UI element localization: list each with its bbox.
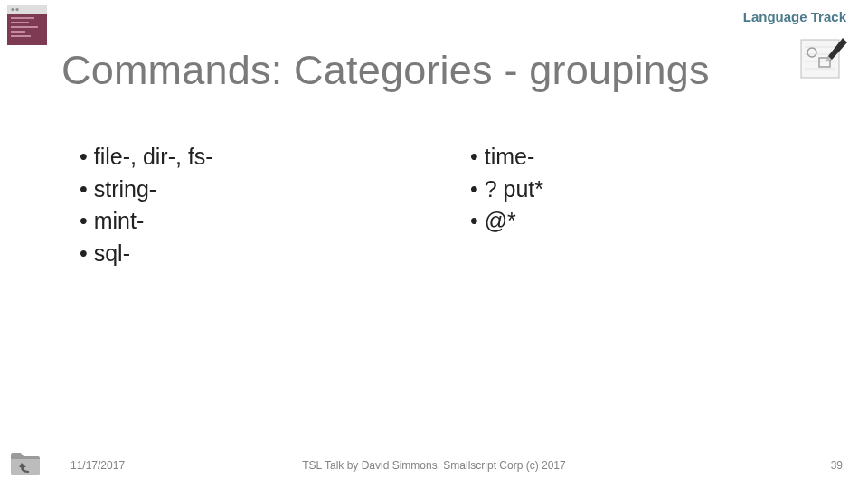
svg-rect-7 (11, 31, 25, 33)
footer-page-number: 39 (831, 459, 843, 472)
list-item: time- (470, 141, 868, 174)
terminal-icon (7, 5, 47, 45)
track-label: Language Track (743, 9, 846, 24)
footer: 11/17/2017 TSL Talk by David Simmons, Sm… (0, 448, 868, 479)
list-item: mint- (80, 205, 434, 238)
list-item: file-, dir-, fs- (80, 141, 434, 174)
list-item: ? put* (470, 174, 868, 206)
bullet-list-right: time- ? put* @* (434, 141, 868, 269)
footer-attribution: TSL Talk by David Simmons, Smallscript C… (0, 459, 868, 472)
list-item: string- (80, 174, 434, 206)
slide: Language Track Commands: Categories - gr… (0, 0, 868, 488)
svg-rect-9 (801, 40, 839, 78)
svg-rect-6 (11, 26, 38, 28)
svg-rect-5 (11, 22, 29, 23)
list-item: @* (470, 205, 868, 238)
list-item: sql- (80, 238, 434, 270)
svg-rect-4 (11, 17, 34, 19)
sketch-icon (799, 36, 848, 85)
slide-title: Commands: Categories - groupings (61, 47, 710, 94)
svg-point-2 (11, 8, 14, 11)
svg-point-3 (15, 8, 18, 11)
bullet-list-left: file-, dir-, fs- string- mint- sql- (0, 141, 434, 269)
content-columns: file-, dir-, fs- string- mint- sql- time… (0, 141, 868, 269)
svg-rect-8 (11, 35, 31, 37)
